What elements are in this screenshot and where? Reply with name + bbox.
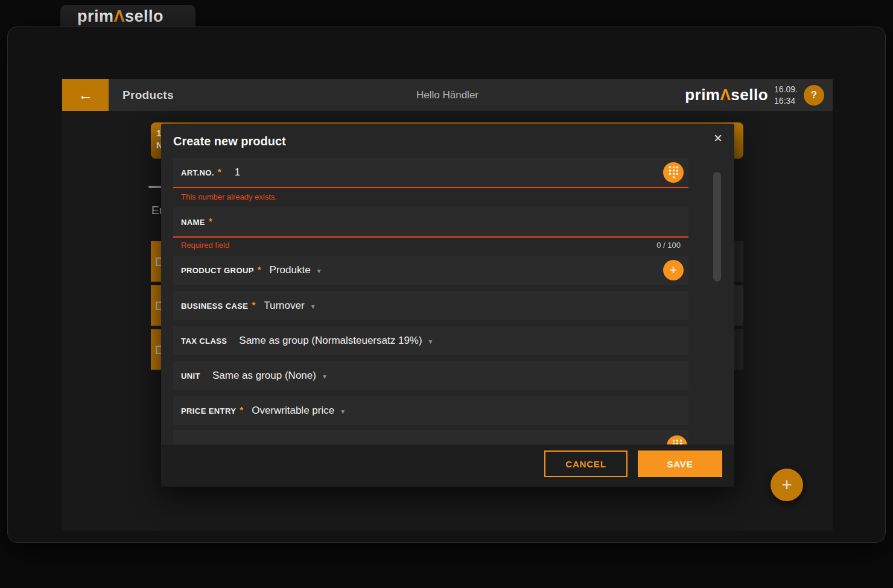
tax-class-select[interactable]: TAX CLASS Same as group (Normalsteuersat… <box>173 326 688 355</box>
artno-field[interactable]: ART.NO. * 1 <box>173 158 688 188</box>
cancel-button[interactable]: CANCEL <box>544 450 628 477</box>
chevron-down-icon: ▼ <box>428 338 434 345</box>
save-button[interactable]: SAVE <box>638 450 722 477</box>
modal-footer: CANCEL SAVE <box>161 444 734 487</box>
header-right: primΛsello 16.09. 16:34 ? <box>685 84 824 106</box>
name-message-row: Required field 0 / 100 <box>173 241 688 250</box>
back-button[interactable]: ← <box>62 79 109 111</box>
back-arrow-icon: ← <box>78 86 93 103</box>
lambda-icon: Λ <box>720 86 731 104</box>
field-label: NAME <box>181 218 205 227</box>
date-label: 16.09. <box>774 84 798 95</box>
logo-text: prim <box>77 7 114 25</box>
scrollbar-thumb[interactable] <box>713 172 721 282</box>
datetime: 16.09. 16:34 <box>774 84 798 106</box>
close-icon: × <box>714 130 722 146</box>
artno-message-row: This number already exists. <box>173 192 688 201</box>
error-text: Required field <box>181 241 229 250</box>
primasello-logo: primΛsello <box>685 86 768 104</box>
create-product-modal: Create new product × ART.NO. * 1 This nu <box>161 124 734 487</box>
question-icon: ? <box>811 89 817 101</box>
lambda-icon: Λ <box>114 7 126 25</box>
field-label: TAX CLASS <box>181 337 227 346</box>
required-asterisk: * <box>218 166 221 177</box>
required-asterisk: * <box>252 300 255 310</box>
name-field[interactable]: NAME * <box>173 207 688 238</box>
page-title: Products <box>122 89 174 102</box>
field-value: Same as group (Normalsteuersatz 19%) <box>239 335 422 347</box>
unit-select[interactable]: UNIT Same as group (None) ▼ <box>173 361 688 390</box>
user-greeting: Hello Händler <box>416 89 478 101</box>
add-product-fab[interactable]: + <box>771 469 803 501</box>
time-label: 16:34 <box>774 95 798 106</box>
chevron-down-icon: ▼ <box>316 268 322 274</box>
business-case-select[interactable]: BUSINESS CASE * Turnover ▼ <box>173 291 688 320</box>
field-value: Overwritable price <box>252 405 334 417</box>
add-product-group-button[interactable]: + <box>663 260 684 280</box>
field-label: PRODUCT GROUP <box>181 266 254 275</box>
header-bar: ← Products Hello Händler primΛsello 16.0… <box>62 79 833 111</box>
char-counter: 0 / 100 <box>656 241 681 250</box>
field-label: UNIT <box>181 371 200 381</box>
logo-text: prim <box>685 86 720 104</box>
product-group-select[interactable]: PRODUCT GROUP * Produkte ▼ + <box>173 256 688 285</box>
chevron-down-icon: ▼ <box>340 408 346 415</box>
field-value: Produkte <box>270 264 311 276</box>
chevron-down-icon: ▼ <box>310 303 316 310</box>
help-button[interactable]: ? <box>804 85 824 106</box>
field-label: BUSINESS CASE <box>181 302 248 311</box>
keypad-button[interactable] <box>663 162 684 183</box>
logo-text: sello <box>125 7 164 25</box>
desktop: primΛsello ← Products Hello Händler prim… <box>0 0 893 588</box>
plus-icon: + <box>781 475 792 495</box>
field-value: Same as group (None) <box>212 370 316 382</box>
keypad-icon <box>669 166 678 179</box>
price-entry-select[interactable]: PRICE ENTRY * Overwritable price ▼ <box>173 396 688 425</box>
chevron-down-icon: ▼ <box>322 373 328 380</box>
logo-text: sello <box>731 86 768 104</box>
field-value: 1 <box>235 166 240 179</box>
required-asterisk: * <box>258 264 261 274</box>
error-text: This number already exists. <box>181 192 277 201</box>
required-asterisk: * <box>209 216 212 226</box>
field-value: Turnover <box>264 300 304 312</box>
field-label: PRICE ENTRY <box>181 406 236 416</box>
primasello-logo: primΛsello <box>77 7 164 26</box>
close-button[interactable]: × <box>714 131 722 145</box>
field-label: ART.NO. <box>181 168 214 177</box>
plus-icon: + <box>670 264 678 277</box>
modal-title: Create new product <box>173 134 286 148</box>
required-asterisk: * <box>240 405 243 415</box>
browser-logo-tab: primΛsello <box>60 5 195 28</box>
